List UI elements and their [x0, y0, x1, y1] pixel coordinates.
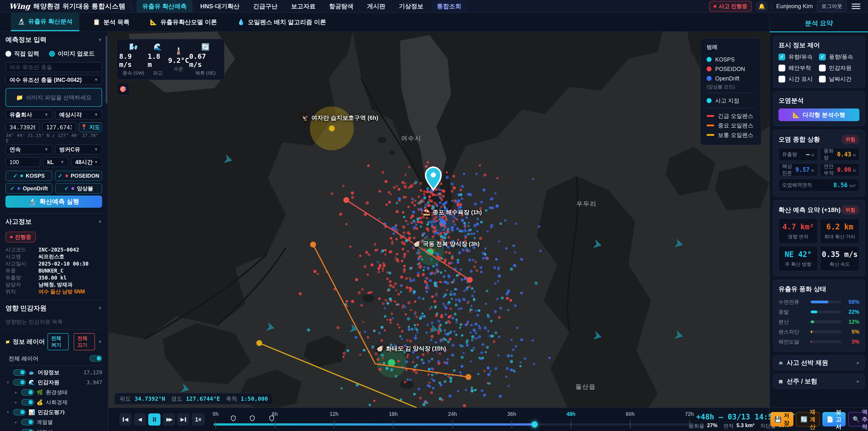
legend-model-KOSPS: KOSPS [707, 55, 755, 64]
model-chip-OpenDrift[interactable]: ✓OpenDrift [5, 183, 53, 194]
nav-tab-보고자료[interactable]: 보고자료 [285, 0, 321, 12]
expander-icon[interactable]: ▸ [13, 390, 19, 395]
layer-toggle-계절별[interactable] [21, 419, 34, 425]
layer-toggle-민감자원[interactable] [13, 379, 26, 386]
legend-incident-point: 사고 지점 [707, 96, 755, 105]
duration-select[interactable]: 48시간 ▼ [71, 157, 102, 167]
notifications-button[interactable]: 🔔 [756, 1, 768, 11]
sub-tab-오일펜스 배치 알고리즘 이론[interactable]: 💧오일펜스 배치 알고리즘 이론 [230, 13, 333, 31]
model-chip-KOSPS[interactable]: ✓KOSPS [5, 171, 53, 181]
layer-toggle-민감도평가[interactable] [13, 409, 26, 415]
incident-section-header[interactable]: 사고정보 ▼ [5, 217, 102, 226]
input-mode-radios: 직접 입력 이미지 업로드 [5, 50, 102, 58]
nav-tab-HNS·대기확산[interactable]: HNS·대기확산 [194, 0, 246, 12]
layer-toggle-사회경제[interactable] [21, 399, 34, 405]
sub-tab-유출유확산모델 이론[interactable]: 📐유출유확산모델 이론 [143, 13, 224, 31]
company-select[interactable]: 유출회사 ▼ [5, 110, 53, 120]
summary-tab[interactable]: 분석 요약 [770, 13, 868, 32]
amount-input[interactable] [5, 157, 40, 167]
step-back-button[interactable]: ◀ [134, 413, 146, 426]
owner-insurance-card[interactable]: 🏢 선주 / 보험 ▸ [773, 374, 865, 389]
polygon-analysis-button[interactable]: 📐 다각형 분석수행 [778, 109, 860, 121]
layer-toggle-해안선[interactable] [21, 429, 34, 431]
display-control-card: 표시 정보 제어 ✓유향/유속✓풍향/풍속해안부착민감자원시간 표시날짜시간 [773, 36, 865, 88]
action-button-보고서[interactable]: 📄보고서 [822, 412, 845, 427]
nav-tab-유출유 확산예측[interactable]: 유출유 확산예측 [136, 0, 193, 12]
model-chip-앙상블[interactable]: ✓앙상블 [55, 183, 102, 194]
checkbox-시간 표시[interactable]: 시간 표시 [778, 75, 819, 83]
playback-speed-button[interactable]: 1× [192, 413, 205, 426]
checkbox-유향/유속[interactable]: ✓유향/유속 [778, 53, 819, 61]
fast-forward-button[interactable]: ▶▶ [163, 413, 175, 426]
all-layers-on-button[interactable]: 전체 켜기 [48, 333, 69, 350]
nav-tab-통합조회[interactable]: 통합조회 [431, 0, 467, 12]
unit-select[interactable]: kL ▼ [43, 157, 68, 167]
checkbox-icon [819, 76, 826, 83]
longitude-input[interactable] [42, 122, 76, 132]
expander-icon[interactable]: ▾ [5, 380, 10, 385]
pick-on-map-button[interactable]: 📍 지도 [79, 122, 102, 132]
checkbox-풍향/풍속[interactable]: ✓풍향/풍속 [819, 53, 860, 61]
sensitive-section-header[interactable]: 영향 민감자원 ▼ [5, 304, 102, 313]
slider-thumb[interactable] [532, 421, 537, 428]
master-layer-toggle[interactable] [90, 355, 102, 362]
latitude-input[interactable] [5, 122, 39, 132]
sub-tab-분석 목록[interactable]: 📋분석 목록 [86, 13, 136, 31]
vessel-spec-card[interactable]: 🚢 사고 선박 제원 ▸ [773, 355, 865, 370]
run-prediction-button[interactable]: 🔬 확산예측 실행 [5, 195, 102, 208]
bar-value: 58% [844, 299, 860, 305]
pause-button[interactable] [148, 413, 160, 426]
spill-mode-select[interactable]: 연속 ▼ [5, 145, 53, 154]
layer-row-민감도평가: ▾📊민감도평가 [5, 407, 102, 417]
sidebar-scrollbar[interactable] [105, 36, 107, 103]
sub-tab-유출유 확산분석[interactable]: 🔬유출유 확산분석 [11, 13, 79, 31]
divider [131, 2, 131, 10]
radio-direct-input[interactable]: 직접 입력 [5, 50, 39, 58]
model-chip-POSEIDON[interactable]: ✓POSEIDON [55, 171, 102, 181]
model-dot-icon [71, 187, 74, 190]
radio-image-upload[interactable]: 이미지 업로드 [49, 50, 94, 58]
layer-toggle-환경생태[interactable] [21, 389, 34, 396]
time-slider[interactable]: 0h6h12h18h24h36h48h60h72h [214, 408, 695, 431]
expander-icon[interactable]: ▸ [13, 430, 19, 431]
checkbox-icon: ✓ [819, 54, 826, 60]
map-canvas[interactable]: 🦅여자만 습지보호구역 (6h)여수시⛱️종포 해수욕장 (1h)🦪국동 전복 … [108, 32, 770, 407]
expected-time-select[interactable]: 예상시각 ▼ [55, 110, 102, 120]
checkbox-날짜시간[interactable]: 날짜시간 [819, 75, 860, 83]
oil-type-select[interactable]: 벙커C유 ▼ [55, 145, 102, 154]
action-button-역추적[interactable]: 🔍역추적 [848, 412, 868, 427]
layer-count: 3,947 [87, 379, 102, 386]
nav-tab-항공탐색[interactable]: 항공탐색 [323, 0, 360, 12]
recenter-target-button[interactable]: 🎯 [116, 83, 129, 95]
layer-toggle-어장정보[interactable] [13, 369, 26, 376]
fence-line-icon [707, 125, 714, 126]
image-dropzone[interactable]: 📁 이미지 파일을 선택하세요 [5, 88, 102, 107]
collapse-icon: ▼ [98, 37, 102, 42]
forecast-주 확산 방향: NE 42°주 확산 방향 [778, 246, 818, 271]
slider-track[interactable] [214, 423, 690, 426]
folder-icon: 📁 [5, 340, 10, 344]
model-dot-icon [18, 187, 20, 190]
민감자원-icon: 🌊 [29, 379, 35, 386]
skip-to-end-button[interactable]: ▶ [177, 413, 189, 426]
incident-select[interactable]: 여수 유조선 충돌 (INC-0042) ▼ [5, 75, 102, 85]
bar-track [811, 320, 841, 323]
expander-icon[interactable]: ▾ [5, 410, 10, 415]
status-dot-icon [10, 236, 13, 239]
logout-button[interactable]: 로그아웃 [817, 1, 847, 12]
checkbox-민감자원[interactable]: 민감자원 [819, 64, 860, 72]
hamburger-menu-button[interactable] [851, 3, 861, 10]
nav-tab-게시판[interactable]: 게시판 [361, 0, 391, 12]
expander-icon[interactable]: ▸ [13, 400, 19, 405]
all-layers-off-button[interactable]: 전체 끄기 [74, 333, 95, 350]
bar-track [811, 331, 841, 333]
nav-tab-긴급구난[interactable]: 긴급구난 [247, 0, 283, 12]
expander-icon[interactable]: ▸ [13, 420, 19, 425]
checkbox-해안부착[interactable]: 해안부착 [778, 64, 819, 72]
prediction-section-header[interactable]: 예측정보 입력 ▼ [5, 35, 102, 44]
nav-tab-기상정보[interactable]: 기상정보 [393, 0, 429, 12]
incident-name-input[interactable] [5, 62, 102, 72]
action-button-저장[interactable]: 💾저장 [770, 412, 794, 427]
skip-to-start-button[interactable]: ◀ [119, 413, 131, 426]
action-button-재계산[interactable]: 🔄재계산 [796, 412, 820, 427]
